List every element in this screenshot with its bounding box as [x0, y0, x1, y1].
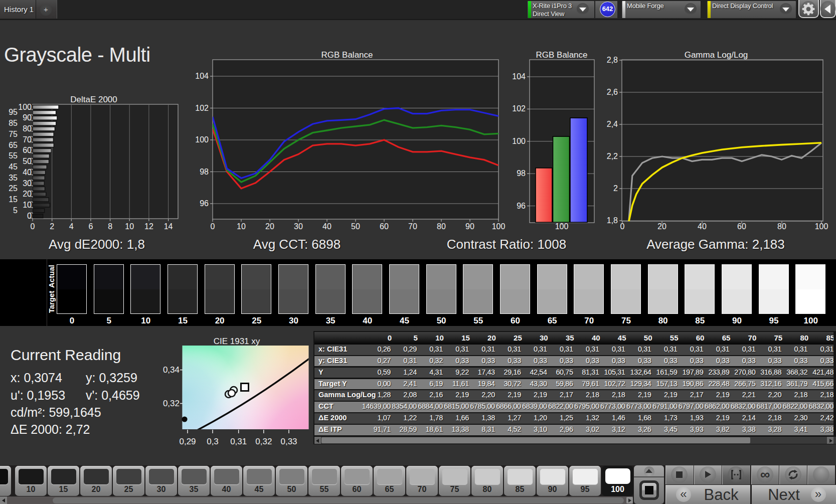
svg-text:14: 14	[164, 222, 173, 231]
svg-text:2,6: 2,6	[607, 88, 618, 96]
svg-text:96: 96	[517, 202, 526, 210]
svg-text:1,8: 1,8	[607, 216, 618, 225]
svg-text:0: 0	[211, 222, 215, 231]
svg-text:6: 6	[88, 222, 93, 231]
svg-text:0,32: 0,32	[163, 399, 180, 408]
svg-text:70: 70	[408, 222, 417, 231]
svg-text:65: 65	[9, 141, 18, 149]
svg-text:102: 102	[512, 104, 526, 113]
svg-text:RGB Balance: RGB Balance	[536, 50, 588, 60]
svg-text:20: 20	[23, 190, 32, 198]
svg-text:60: 60	[23, 146, 32, 154]
svg-text:100: 100	[512, 137, 526, 145]
svg-text:0,29: 0,29	[179, 437, 196, 446]
svg-text:0,3: 0,3	[207, 437, 219, 446]
svg-text:0,34: 0,34	[163, 365, 180, 375]
svg-text:40: 40	[322, 222, 331, 231]
svg-text:104: 104	[512, 72, 526, 81]
svg-text:20: 20	[657, 222, 666, 231]
svg-text:0,32: 0,32	[255, 437, 272, 446]
svg-text:104: 104	[195, 72, 209, 80]
svg-text:100: 100	[195, 135, 209, 144]
svg-text:100: 100	[18, 103, 32, 111]
svg-text:102: 102	[195, 104, 209, 112]
svg-text:RGB Balance: RGB Balance	[321, 50, 373, 60]
svg-text:0: 0	[31, 222, 35, 231]
svg-text:40: 40	[698, 222, 707, 231]
svg-text:8: 8	[108, 222, 112, 231]
svg-text:50: 50	[351, 222, 360, 231]
svg-text:100: 100	[815, 222, 828, 231]
svg-text:90: 90	[465, 222, 474, 231]
svg-text:60: 60	[737, 222, 746, 231]
svg-text:85: 85	[9, 119, 18, 127]
svg-text:4: 4	[69, 222, 74, 231]
svg-text:0: 0	[620, 222, 625, 231]
svg-text:10: 10	[23, 201, 32, 209]
svg-text:100: 100	[555, 222, 569, 231]
svg-text:12: 12	[144, 222, 153, 231]
svg-text:98: 98	[517, 169, 526, 178]
svg-text:96: 96	[200, 199, 209, 208]
svg-text:2,8: 2,8	[607, 56, 618, 64]
svg-text:25: 25	[9, 184, 18, 193]
svg-text:2: 2	[50, 222, 54, 231]
svg-text:10: 10	[237, 222, 246, 231]
svg-text:2,4: 2,4	[607, 120, 618, 128]
svg-text:2: 2	[613, 184, 618, 193]
svg-text:100: 100	[492, 222, 506, 231]
svg-text:70: 70	[23, 135, 32, 144]
svg-text:15: 15	[9, 195, 18, 204]
svg-text:45: 45	[9, 162, 18, 171]
svg-text:55: 55	[9, 151, 18, 160]
svg-text:0,33: 0,33	[280, 437, 297, 446]
svg-text:40: 40	[23, 168, 32, 177]
svg-text:80: 80	[777, 222, 786, 231]
svg-text:95: 95	[9, 108, 18, 116]
svg-text:80: 80	[23, 124, 32, 133]
svg-text:98: 98	[200, 167, 209, 176]
svg-text:60: 60	[380, 222, 389, 231]
svg-text:Gamma Log/Log: Gamma Log/Log	[685, 50, 748, 60]
svg-text:DeltaE 2000: DeltaE 2000	[70, 95, 117, 104]
svg-text:75: 75	[9, 130, 18, 138]
svg-text:10: 10	[125, 222, 134, 231]
svg-text:35: 35	[9, 174, 18, 182]
svg-text:50: 50	[23, 157, 32, 165]
svg-text:30: 30	[23, 179, 32, 188]
svg-text:5: 5	[13, 206, 18, 215]
svg-text:80: 80	[437, 222, 446, 231]
svg-text:0,31: 0,31	[230, 437, 247, 446]
svg-text:20: 20	[265, 222, 274, 231]
svg-text:CIE 1931 xy: CIE 1931 xy	[214, 337, 260, 346]
svg-text:0: 0	[27, 212, 32, 220]
svg-text:30: 30	[294, 222, 303, 231]
svg-text:90: 90	[23, 113, 32, 122]
svg-text:2,2: 2,2	[607, 152, 618, 160]
